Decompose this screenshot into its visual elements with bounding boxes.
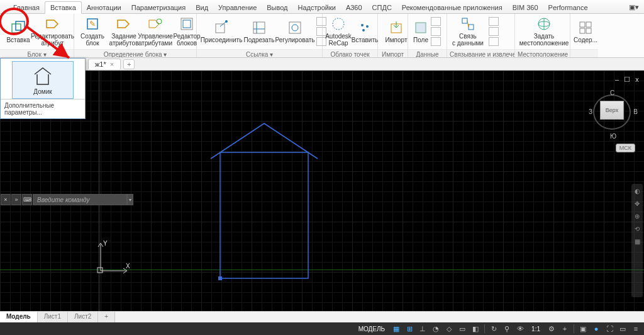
close-file-icon[interactable]: × [110, 60, 114, 68]
status-polar-icon[interactable]: ◔ [430, 324, 441, 334]
manage-attr-button[interactable]: Управление атрибутами [140, 15, 171, 48]
status-hw-icon[interactable]: ⛶ [604, 324, 615, 334]
field-button[interactable]: Поле [411, 15, 431, 48]
tab-output[interactable]: Вывод [262, 2, 292, 13]
attach-button[interactable]: Присоединить [199, 15, 243, 48]
navigation-bar[interactable]: ◐ ✥ ⊕ ⟲ ▦ [631, 184, 643, 297]
location-button[interactable]: Задать местоположение [518, 15, 570, 48]
gallery-item-house[interactable]: Домик [12, 61, 74, 99]
content-button[interactable]: Содер... [573, 15, 598, 48]
define-attr-button[interactable]: Задание атрибутов [108, 15, 140, 48]
viewcube-s[interactable]: Ю [610, 133, 616, 140]
layout-tab-sheet1[interactable]: Лист1 [38, 312, 68, 322]
panel-blockdef-title[interactable]: Определение блока ▾ [74, 49, 196, 57]
tab-manage[interactable]: Управление [213, 2, 262, 13]
cmd-close-icon[interactable]: × [1, 194, 11, 205]
pc-insert-button[interactable]: Вставить [352, 15, 378, 48]
nav-pan-icon[interactable]: ✥ [633, 200, 641, 209]
data-small-2[interactable] [431, 27, 441, 36]
viewcube[interactable]: С Ю З В Верх [589, 88, 638, 140]
status-plus-icon[interactable]: + [559, 324, 570, 334]
status-snap-icon[interactable]: ⊞ [404, 324, 415, 334]
pc-insert-icon [357, 20, 372, 35]
status-ann-icon[interactable]: ⚲ [501, 324, 513, 334]
gallery-more-options[interactable]: Дополнительные параметры... [1, 99, 85, 118]
svg-rect-7 [216, 24, 225, 33]
data-small-1[interactable] [431, 17, 441, 26]
datalink-button[interactable]: Связь с данными [450, 15, 486, 48]
status-ortho-icon[interactable]: ⊥ [417, 324, 428, 334]
adjust-button[interactable]: Регулировать [275, 15, 315, 48]
cmd-history-icon[interactable]: ▾ [127, 194, 133, 205]
status-osnap-icon[interactable]: ◇ [443, 324, 455, 334]
tab-spds[interactable]: СПДС [367, 2, 397, 13]
file-tab-active[interactable]: ж1* × [88, 59, 121, 69]
import-button[interactable]: Импорт [380, 15, 412, 48]
status-trans-icon[interactable]: ◧ [470, 324, 481, 334]
tab-parametric[interactable]: Параметризация [126, 2, 191, 13]
link-small-3[interactable] [489, 37, 499, 46]
layout-tab-add[interactable]: + [98, 312, 115, 322]
panel-content-title [570, 49, 598, 57]
tab-view[interactable]: Вид [191, 2, 213, 13]
status-iso-icon[interactable]: ● [591, 324, 602, 334]
status-clean-icon[interactable]: ▭ [617, 324, 628, 334]
tab-insert[interactable]: Вставка [45, 1, 82, 14]
tab-bim360[interactable]: BIM 360 [508, 2, 543, 13]
status-scale-button[interactable]: 1:1 [528, 326, 544, 332]
field-icon [413, 20, 428, 35]
vp-maximize-icon[interactable]: ☐ [623, 76, 631, 83]
cmd-prompt-icon[interactable]: ⌨ [22, 194, 32, 205]
svg-rect-17 [416, 23, 426, 33]
drawing-viewport[interactable]: Y X × » ⌨ Введите команду ▾ – ☐ x С Ю З … [0, 71, 644, 322]
link-small-1[interactable] [489, 17, 499, 26]
tab-featured[interactable]: Рекомендованные приложения [397, 2, 508, 13]
tab-a360[interactable]: A360 [341, 2, 367, 13]
svg-rect-23 [586, 22, 591, 27]
viewcube-e[interactable]: В [633, 108, 638, 115]
status-custom-icon[interactable]: ≡ [630, 324, 641, 334]
tab-home[interactable]: Главная [8, 2, 45, 13]
status-grid-icon[interactable]: ▦ [391, 324, 402, 334]
ribbon-collapse-icon[interactable]: ▣▾ [624, 1, 644, 13]
status-ws-icon[interactable]: ⚙ [546, 324, 557, 334]
recap-button[interactable]: Autodesk ReCap [325, 15, 352, 48]
svg-point-12 [333, 18, 344, 30]
wcs-badge[interactable]: МСК [616, 144, 635, 152]
house-thumb-icon [31, 65, 55, 87]
nav-orbit-icon[interactable]: ⟲ [633, 225, 641, 234]
edit-attribute-button[interactable]: Редактировать атрибут [34, 15, 71, 48]
import-icon [389, 20, 404, 35]
link-small-2[interactable] [489, 27, 499, 36]
vp-close-icon[interactable]: x [633, 76, 641, 83]
status-cycle-icon[interactable]: ↻ [488, 324, 499, 334]
status-lwt-icon[interactable]: ▭ [457, 324, 468, 334]
viewcube-face[interactable]: Верх [600, 101, 624, 120]
tab-addins[interactable]: Надстройки [293, 2, 341, 13]
cmd-expand-icon[interactable]: » [11, 194, 21, 205]
nav-showmotion-icon[interactable]: ▦ [633, 238, 641, 247]
vp-minimize-icon[interactable]: – [613, 76, 621, 83]
layout-tab-model[interactable]: Модель [0, 312, 38, 322]
viewcube-w[interactable]: З [589, 108, 592, 115]
svg-rect-27 [220, 152, 308, 278]
panel-block-title[interactable]: Блок ▾ [0, 49, 74, 57]
status-model-button[interactable]: МОДЕЛЬ [355, 326, 389, 332]
command-bar: × » ⌨ Введите команду ▾ [1, 193, 133, 206]
nav-zoom-icon[interactable]: ⊕ [633, 213, 641, 222]
insert-block-button[interactable]: Вставка [3, 15, 34, 48]
status-monitor-icon[interactable]: ▣ [577, 324, 589, 334]
create-block-button[interactable]: ✎Создать блок [77, 15, 108, 48]
nav-wheel-icon[interactable]: ◐ [633, 188, 641, 196]
clip-button[interactable]: Подрезать [243, 15, 275, 48]
svg-point-4 [157, 19, 162, 24]
command-input[interactable]: Введите команду [33, 194, 127, 205]
status-annvis-icon[interactable]: 👁 [514, 324, 526, 334]
tab-annotations[interactable]: Аннотации [82, 2, 126, 13]
tab-performance[interactable]: Performance [543, 2, 593, 13]
new-file-button[interactable]: + [123, 59, 135, 69]
layout-tab-sheet2[interactable]: Лист2 [68, 312, 98, 322]
data-small-3[interactable] [431, 37, 441, 46]
panel-ref-title[interactable]: Ссылка ▾ [197, 49, 322, 57]
viewcube-n[interactable]: С [610, 89, 614, 96]
